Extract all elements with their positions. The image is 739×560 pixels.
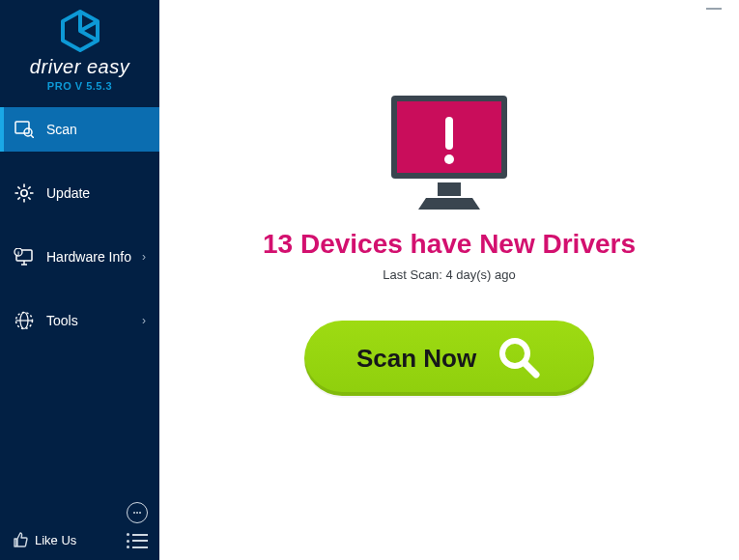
svg-line-10 — [28, 197, 30, 199]
nav-item-hardware-info[interactable]: i Hardware Info › — [0, 235, 159, 279]
svg-point-2 — [24, 128, 32, 136]
nav: Scan Update — [0, 107, 159, 362]
svg-line-11 — [17, 197, 19, 199]
bottom-icons — [127, 502, 148, 548]
nav-item-label: Tools — [46, 313, 78, 328]
svg-marker-27 — [418, 198, 480, 210]
nav-item-label: Hardware Info — [46, 249, 131, 265]
chat-icon[interactable] — [127, 502, 148, 523]
svg-line-9 — [17, 186, 19, 188]
last-scan-text: Last Scan: 4 day(s) ago — [383, 267, 515, 282]
search-icon — [496, 334, 542, 383]
scan-now-label: Scan Now — [356, 344, 476, 374]
svg-point-22 — [136, 512, 138, 514]
svg-point-29 — [444, 154, 454, 164]
svg-rect-28 — [445, 117, 453, 150]
logo-area: driver easy PRO V 5.5.3 — [0, 0, 159, 99]
minimize-button[interactable] — [706, 8, 722, 10]
main-panel: 13 Devices have New Drivers Last Scan: 4… — [159, 0, 739, 560]
globe-icon — [14, 311, 35, 330]
nav-item-scan[interactable]: Scan — [0, 107, 159, 152]
scan-icon — [14, 121, 35, 138]
nav-item-label: Scan — [46, 122, 77, 137]
nav-item-tools[interactable]: Tools › — [0, 298, 159, 343]
svg-point-23 — [139, 512, 141, 514]
gear-icon — [14, 183, 35, 203]
nav-item-update[interactable]: Update — [0, 171, 159, 215]
scan-now-button[interactable]: Scan Now — [304, 321, 594, 396]
svg-rect-1 — [15, 122, 29, 133]
svg-point-21 — [133, 512, 135, 514]
svg-line-3 — [31, 135, 34, 138]
logo-icon — [0, 10, 159, 52]
chevron-right-icon: › — [142, 250, 146, 264]
status-headline: 13 Devices have New Drivers — [263, 229, 636, 260]
svg-point-4 — [21, 190, 27, 196]
like-us-label: Like Us — [35, 533, 76, 547]
svg-line-12 — [28, 186, 30, 188]
alert-monitor-icon — [382, 92, 517, 211]
chevron-right-icon: › — [142, 314, 146, 327]
sidebar-bottom: Like Us — [0, 492, 159, 560]
svg-line-31 — [525, 363, 536, 375]
monitor-info-icon: i — [14, 248, 35, 266]
menu-list-icon[interactable] — [127, 533, 148, 548]
like-us-button[interactable]: Like Us — [12, 531, 76, 548]
nav-item-label: Update — [46, 185, 90, 201]
sidebar: driver easy PRO V 5.5.3 Scan — [0, 0, 159, 560]
brand-name: driver easy — [0, 56, 159, 78]
svg-rect-26 — [438, 182, 461, 196]
thumbs-up-icon — [12, 531, 29, 548]
brand-version: PRO V 5.5.3 — [0, 80, 159, 92]
